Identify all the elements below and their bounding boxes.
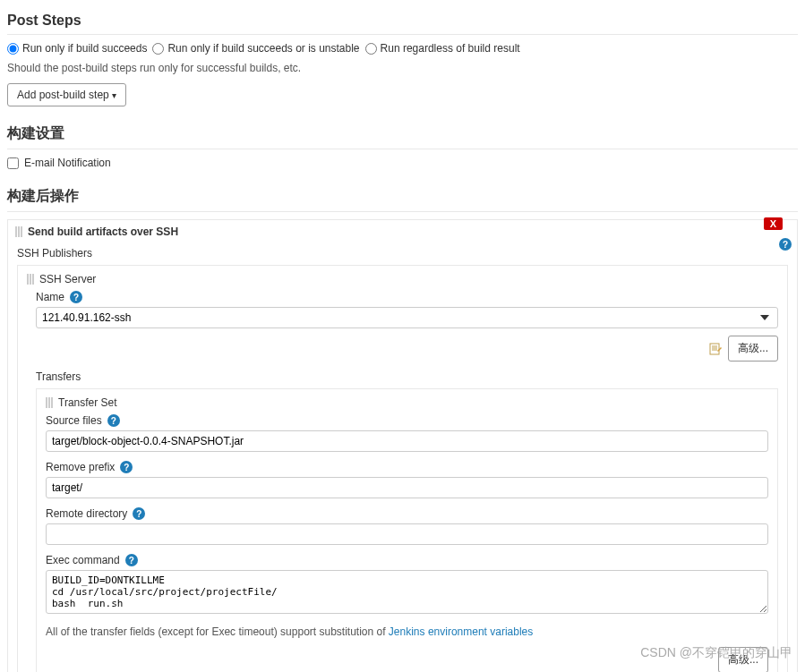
ssh-name-label: Name [36, 291, 64, 303]
ssh-server-advanced-button[interactable]: 高级... [728, 336, 778, 362]
transfer-advanced-button[interactable]: 高级... [718, 647, 768, 672]
source-files-label: Source files [46, 414, 102, 427]
source-files-input[interactable] [46, 430, 768, 452]
post-build-actions-title: 构建后操作 [7, 182, 798, 212]
email-notification-label: E-mail Notification [24, 157, 111, 169]
radio-success-only-label: Run only if build succeeds [22, 42, 147, 55]
jenkins-env-vars-link[interactable]: Jenkins environment variables [389, 625, 533, 638]
exec-command-label: Exec command [46, 554, 120, 566]
ssh-publishers-label: SSH Publishers [17, 247, 788, 259]
post-steps-radio-row: Run only if build succeeds Run only if b… [7, 42, 798, 55]
email-notification-checkbox[interactable] [7, 157, 19, 169]
help-icon[interactable]: ? [107, 414, 120, 427]
publisher-header: Send build artifacts over SSH [8, 220, 797, 243]
remove-prefix-input[interactable] [46, 477, 768, 498]
ssh-server-name-select[interactable]: 121.40.91.162-ssh [36, 307, 778, 328]
email-notification-row[interactable]: E-mail Notification [7, 157, 798, 169]
transfers-title: Transfers [36, 370, 778, 383]
ssh-server-area: SSH Server Name ? 121.40.91.162-ssh [17, 265, 788, 672]
remote-directory-input[interactable] [46, 523, 768, 545]
radio-success-only-input[interactable] [7, 43, 19, 55]
help-icon[interactable]: ? [133, 507, 145, 520]
add-post-build-step-button[interactable]: Add post-build step [7, 83, 126, 106]
post-steps-title: Post Steps [7, 7, 798, 35]
transfer-set-label: Transfer Set [58, 396, 117, 409]
ssh-name-label-row: Name ? [36, 291, 778, 303]
drag-handle-icon[interactable] [15, 226, 22, 237]
radio-success-only[interactable]: Run only if build succeeds [7, 42, 147, 55]
drag-handle-icon[interactable] [46, 397, 53, 408]
post-steps-help-text: Should the post-build steps run only for… [7, 62, 798, 74]
radio-regardless-input[interactable] [365, 43, 377, 55]
help-icon[interactable]: ? [125, 554, 138, 566]
exec-command-textarea[interactable]: BUILD_ID=DONTKILLME cd /usr/local/src/pr… [46, 570, 768, 614]
transfer-set-area: Transfer Set Source files ? [36, 388, 778, 672]
drag-handle-icon[interactable] [27, 274, 34, 285]
ssh-publisher-block: X ? Send build artifacts over SSH SSH Pu… [7, 219, 798, 672]
radio-regardless-label: Run regardless of build result [381, 42, 520, 55]
remote-directory-label: Remote directory [46, 507, 127, 520]
build-settings-title: 构建设置 [7, 119, 798, 149]
remove-prefix-label: Remove prefix [46, 461, 115, 473]
svg-rect-0 [710, 344, 719, 354]
transfer-hint: All of the transfer fields (except for E… [46, 625, 768, 638]
help-icon[interactable]: ? [120, 461, 133, 473]
transfers-area: Transfers Transfer Set Source files ? [36, 370, 778, 672]
ssh-server-title: SSH Server [39, 273, 96, 285]
radio-success-unstable[interactable]: Run only if build succeeds or is unstabl… [152, 42, 359, 55]
ssh-publishers-section: SSH Publishers SSH Server Name ? 121.40.… [8, 243, 797, 672]
radio-success-unstable-label: Run only if build succeeds or is unstabl… [167, 42, 359, 55]
radio-success-unstable-input[interactable] [152, 43, 164, 55]
post-steps-section: Post Steps Run only if build succeeds Ru… [7, 7, 798, 106]
notepad-icon [708, 342, 723, 356]
help-icon[interactable]: ? [70, 291, 82, 303]
radio-regardless[interactable]: Run regardless of build result [365, 42, 520, 55]
ssh-server-advanced-row: 高级... [36, 336, 778, 362]
hint-prefix: All of the transfer fields (except for E… [46, 625, 389, 638]
post-build-actions-section: 构建后操作 X ? Send build artifacts over SSH … [7, 182, 798, 672]
publisher-title: Send build artifacts over SSH [28, 225, 178, 238]
build-settings-section: 构建设置 E-mail Notification [7, 119, 798, 169]
